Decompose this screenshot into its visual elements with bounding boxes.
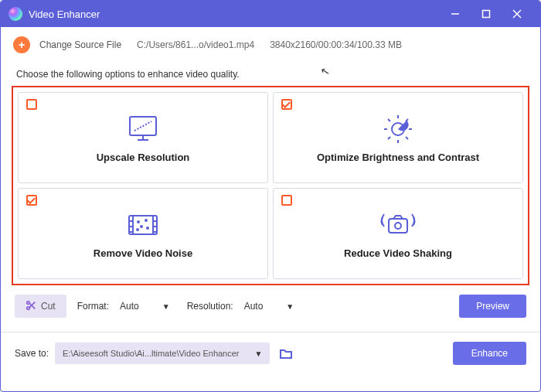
- chevron-down-icon: ▼: [162, 302, 170, 311]
- chevron-down-icon: ▼: [255, 349, 263, 358]
- resolution-label: Resolution:: [187, 301, 233, 312]
- save-path-dropdown[interactable]: E:\Aiseesoft Studio\Ai...ltimate\Video E…: [55, 343, 270, 364]
- cut-label: Cut: [41, 301, 56, 312]
- option-upscale-resolution[interactable]: Upscale Resolution: [18, 92, 268, 183]
- app-window: Video Enhancer + Change Source File C:/U…: [0, 0, 541, 392]
- resolution-value: Auto: [244, 301, 264, 312]
- svg-line-13: [388, 119, 390, 121]
- change-source-button[interactable]: Change Source File: [39, 39, 121, 50]
- resolution-field: Resolution: Auto ▼: [187, 295, 301, 317]
- option-remove-noise[interactable]: Remove Video Noise: [18, 188, 268, 279]
- app-logo-icon: [9, 7, 22, 21]
- format-field: Format: Auto ▼: [77, 295, 176, 317]
- cut-button[interactable]: Cut: [15, 295, 66, 318]
- svg-line-14: [406, 137, 408, 139]
- maximize-button[interactable]: [471, 1, 502, 27]
- svg-point-32: [395, 223, 401, 229]
- camera-shake-icon: [376, 209, 420, 241]
- checkbox-upscale[interactable]: [26, 99, 37, 110]
- bottom-bar: Save to: E:\Aiseesoft Studio\Ai...ltimat…: [1, 332, 540, 374]
- save-path-value: E:\Aiseesoft Studio\Ai...ltimate\Video E…: [63, 349, 239, 358]
- option-label: Upscale Resolution: [97, 152, 190, 163]
- checkbox-brightness[interactable]: [281, 99, 292, 110]
- source-path: C:/Users/861...o/video1.mp4: [137, 39, 254, 50]
- resolution-dropdown[interactable]: Auto ▼: [238, 295, 301, 317]
- svg-point-34: [27, 306, 30, 309]
- enhance-button[interactable]: Enhance: [453, 342, 526, 365]
- option-label: Optimize Brightness and Contrast: [317, 152, 479, 163]
- svg-point-26: [138, 221, 139, 223]
- save-to-label: Save to:: [15, 348, 49, 359]
- chevron-down-icon: ▼: [286, 302, 294, 311]
- app-title: Video Enhancer: [29, 9, 100, 20]
- svg-point-30: [137, 229, 138, 230]
- svg-point-33: [27, 301, 30, 304]
- monitor-icon: [124, 113, 162, 145]
- controls-row: Cut Format: Auto ▼ Resolution: Auto ▼ Pr…: [12, 295, 529, 318]
- folder-icon: [280, 348, 292, 359]
- open-folder-button[interactable]: [276, 343, 296, 363]
- options-grid: Upscale Resolution Optimize Brightness a…: [12, 86, 529, 285]
- format-label: Format:: [77, 301, 109, 312]
- sun-icon: [379, 113, 417, 145]
- option-brightness-contrast[interactable]: Optimize Brightness and Contrast: [273, 92, 523, 183]
- add-file-icon[interactable]: +: [13, 36, 30, 53]
- minimize-button[interactable]: [440, 1, 471, 27]
- svg-rect-31: [389, 219, 407, 233]
- svg-rect-1: [483, 11, 490, 18]
- option-reduce-shaking[interactable]: Reduce Video Shaking: [273, 188, 523, 279]
- svg-point-28: [141, 226, 142, 227]
- svg-line-15: [406, 119, 408, 121]
- source-meta: 3840x2160/00:00:34/100.33 MB: [270, 39, 402, 50]
- svg-line-16: [388, 137, 390, 139]
- format-dropdown[interactable]: Auto ▼: [114, 295, 176, 317]
- checkbox-shaking[interactable]: [281, 195, 292, 206]
- format-value: Auto: [120, 301, 139, 312]
- source-row: + Change Source File C:/Users/861...o/vi…: [12, 36, 529, 53]
- option-label: Remove Video Noise: [94, 247, 192, 259]
- svg-point-27: [145, 220, 147, 221]
- titlebar: Video Enhancer: [1, 1, 540, 27]
- svg-line-7: [134, 121, 151, 131]
- scissors-icon: [26, 300, 36, 313]
- cursor-icon: ↖: [319, 64, 331, 78]
- preview-button[interactable]: Preview: [459, 295, 526, 318]
- svg-point-29: [147, 227, 148, 229]
- option-label: Reduce Video Shaking: [344, 247, 452, 259]
- close-button[interactable]: [502, 1, 532, 27]
- instruction-text: Choose the following options to enhance …: [12, 69, 529, 80]
- film-icon: [124, 209, 162, 241]
- checkbox-noise[interactable]: [26, 195, 37, 206]
